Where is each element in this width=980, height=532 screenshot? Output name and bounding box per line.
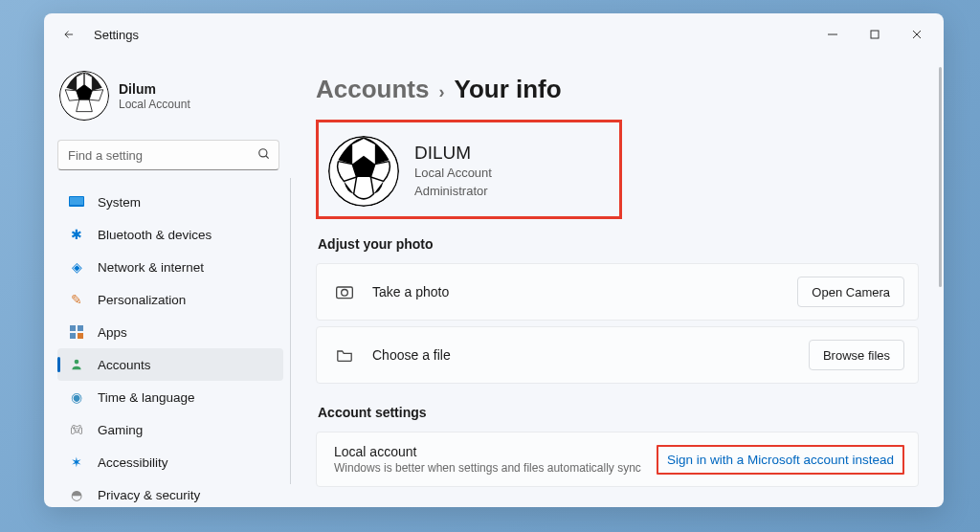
local-account-label: Local account <box>334 444 641 459</box>
nav-label: Gaming <box>98 423 143 437</box>
take-photo-card: Take a photo Open Camera <box>316 263 919 321</box>
sidebar-item-privacy[interactable]: ◓Privacy & security <box>57 478 283 507</box>
svg-rect-19 <box>78 333 83 339</box>
sidebar-item-network[interactable]: ◈Network & internet <box>57 251 283 283</box>
close-button[interactable] <box>896 20 938 49</box>
svg-point-20 <box>75 360 79 365</box>
sidebar-item-time[interactable]: ◉Time & language <box>57 381 283 413</box>
svg-line-13 <box>266 156 269 159</box>
choose-file-label: Choose a file <box>372 347 451 363</box>
section-title-photo: Adjust your photo <box>318 236 932 252</box>
back-button[interactable] <box>56 21 82 48</box>
link-highlight-box: Sign in with a Microsoft account instead <box>657 445 904 475</box>
search-icon <box>257 147 271 164</box>
minimize-button[interactable] <box>812 20 854 49</box>
sidebar: Dilum Local Account System ✱Bluetooth & … <box>44 55 291 507</box>
nav-label: Accounts <box>98 358 151 372</box>
svg-rect-1 <box>871 31 879 38</box>
svg-rect-17 <box>78 325 83 331</box>
apps-icon <box>67 325 86 339</box>
svg-rect-15 <box>70 197 83 205</box>
local-account-card: Local account Windows is better when set… <box>316 432 919 487</box>
accessibility-icon: ✶ <box>67 454 86 470</box>
titlebar: Settings <box>44 13 944 55</box>
sidebar-item-bluetooth[interactable]: ✱Bluetooth & devices <box>57 218 283 251</box>
sidebar-item-accessibility[interactable]: ✶Accessibility <box>57 446 283 478</box>
breadcrumb-current: Your info <box>454 75 561 104</box>
user-role: Administrator <box>414 183 492 200</box>
svg-rect-16 <box>70 325 76 331</box>
browse-files-button[interactable]: Browse files <box>809 340 904 370</box>
bluetooth-icon: ✱ <box>67 227 86 242</box>
sidebar-item-system[interactable]: System <box>57 186 283 218</box>
breadcrumb-parent[interactable]: Accounts <box>316 75 429 104</box>
sidebar-item-apps[interactable]: Apps <box>57 316 283 348</box>
content-area[interactable]: Accounts › Your info DILUM <box>291 55 944 507</box>
nav: System ✱Bluetooth & devices ◈Network & i… <box>57 186 283 507</box>
system-icon <box>67 196 86 208</box>
section-title-account: Account settings <box>318 405 932 420</box>
user-display-name: DILUM <box>414 143 492 164</box>
camera-icon <box>334 283 355 300</box>
sidebar-profile[interactable]: Dilum Local Account <box>57 71 283 134</box>
maximize-button[interactable] <box>854 20 896 49</box>
nav-label: Apps <box>98 325 127 340</box>
user-account-type: Local Account <box>414 165 492 182</box>
local-account-sub: Windows is better when settings and file… <box>334 461 641 475</box>
sidebar-item-personalization[interactable]: ✎Personalization <box>57 283 283 316</box>
nav-label: Time & language <box>98 390 195 405</box>
svg-point-24 <box>342 290 348 297</box>
window-title: Settings <box>94 28 139 42</box>
sidebar-item-gaming[interactable]: 🎮︎Gaming <box>57 413 283 446</box>
nav-label: System <box>98 195 141 210</box>
gamepad-icon: 🎮︎ <box>67 422 86 437</box>
avatar-icon <box>59 71 109 121</box>
avatar-icon <box>328 136 399 207</box>
search-input[interactable] <box>57 140 279 170</box>
nav-label: Privacy & security <box>98 488 200 502</box>
nav-label: Personalization <box>98 293 186 307</box>
shield-icon: ◓ <box>67 487 86 502</box>
take-photo-label: Take a photo <box>372 284 449 299</box>
nav-label: Bluetooth & devices <box>98 228 212 242</box>
sign-in-microsoft-link[interactable]: Sign in with a Microsoft account instead <box>667 453 894 467</box>
profile-name: Dilum <box>119 81 190 97</box>
svg-rect-23 <box>337 287 353 299</box>
nav-label: Accessibility <box>98 455 168 470</box>
wifi-icon: ◈ <box>67 259 86 275</box>
settings-window: Settings <box>44 13 944 507</box>
globe-icon: ◉ <box>67 389 86 405</box>
open-camera-button[interactable]: Open Camera <box>797 277 904 307</box>
choose-file-card: Choose a file Browse files <box>316 326 919 384</box>
svg-rect-18 <box>70 333 76 339</box>
chevron-right-icon: › <box>438 82 444 102</box>
user-info-card: DILUM Local Account Administrator <box>316 120 622 219</box>
sidebar-item-accounts[interactable]: Accounts <box>57 348 283 381</box>
scrollbar-thumb[interactable] <box>939 67 942 287</box>
profile-type: Local Account <box>119 98 190 111</box>
folder-icon <box>334 347 355 363</box>
breadcrumb: Accounts › Your info <box>316 75 932 104</box>
svg-point-12 <box>259 149 267 157</box>
brush-icon: ✎ <box>67 292 86 307</box>
window-controls <box>812 20 938 49</box>
nav-label: Network & internet <box>98 260 204 275</box>
person-icon <box>67 358 86 371</box>
